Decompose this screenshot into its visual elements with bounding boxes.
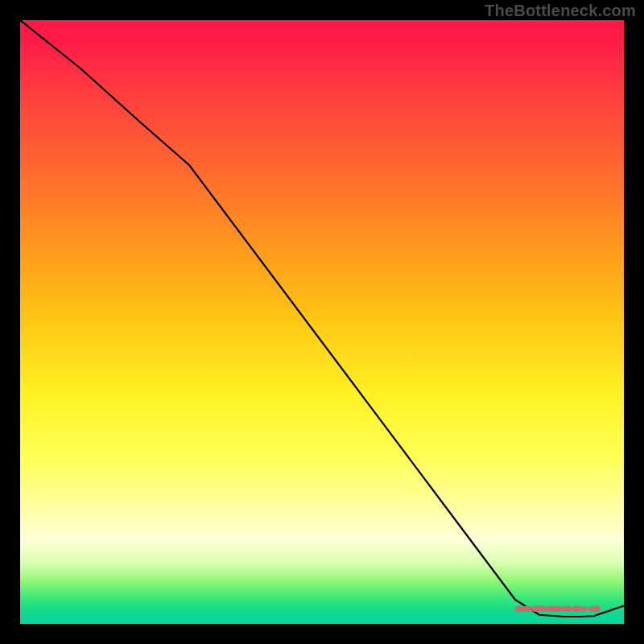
svg-point-7 <box>564 605 570 612</box>
svg-point-1 <box>515 605 522 612</box>
svg-point-3 <box>533 605 539 612</box>
plot-area <box>20 20 624 624</box>
watermark-text: TheBottleneck.com <box>485 2 636 20</box>
chart-frame: TheBottleneck.com <box>0 0 644 644</box>
svg-point-8 <box>572 605 579 612</box>
svg-point-2 <box>524 605 530 612</box>
svg-point-4 <box>539 605 546 612</box>
curve-line <box>20 20 624 617</box>
marker-strip <box>515 605 601 612</box>
svg-point-6 <box>555 605 561 612</box>
svg-point-9 <box>593 605 600 612</box>
svg-point-5 <box>548 605 555 612</box>
plot-overlay <box>20 20 624 624</box>
